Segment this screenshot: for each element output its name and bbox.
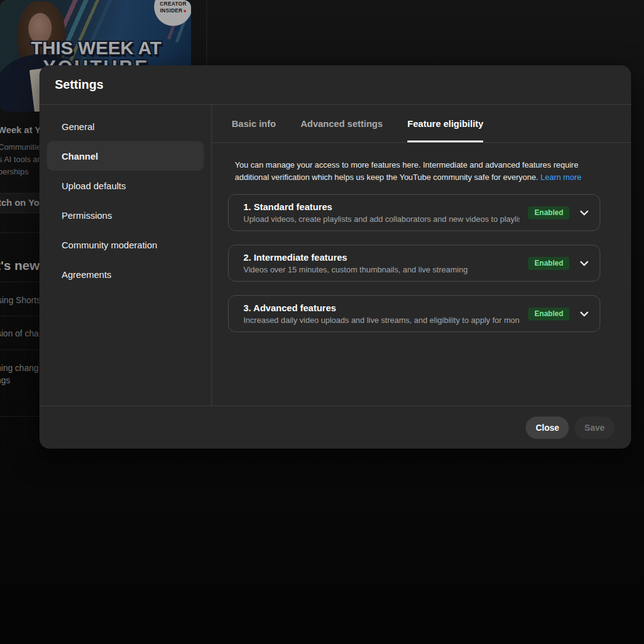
description-line2: additional verification which helps us k… <box>235 173 538 182</box>
tab-basic-info[interactable]: Basic info <box>232 105 276 142</box>
background-list-item: ning chang <box>0 363 39 373</box>
red-dot-icon <box>184 10 186 12</box>
save-button[interactable]: Save <box>574 417 614 439</box>
background-video-title: Week at Y <box>0 124 41 135</box>
dialog-body: General Channel Upload defaults Permissi… <box>39 105 631 406</box>
card-subtitle: Videos over 15 minutes, custom thumbnail… <box>243 265 520 274</box>
divider <box>0 282 39 282</box>
feature-eligibility-description: You can manage your access to more featu… <box>235 159 609 184</box>
tab-label: Feature eligibility <box>407 118 483 129</box>
background-list-item: sing Shorts <box>0 295 41 305</box>
sidebar-item-label: Upload defaults <box>62 181 126 191</box>
sidebar-item-permissions[interactable]: Permissions <box>47 200 204 230</box>
settings-sidebar: General Channel Upload defaults Permissi… <box>39 105 212 406</box>
tab-label: Basic info <box>232 118 276 129</box>
close-button[interactable]: Close <box>526 417 569 439</box>
divider <box>0 349 39 350</box>
sidebar-item-label: Agreements <box>62 269 112 280</box>
card-text: 1. Standard features Upload videos, crea… <box>243 202 520 224</box>
status-badge: Enabled <box>528 206 569 219</box>
dialog-footer: Close Save <box>39 406 631 449</box>
page: THIS WEEK AT YOUTUBE CREATOR INSIDER Wee… <box>0 0 644 644</box>
card-text: 2. Intermediate features Videos over 15 … <box>243 252 520 274</box>
channel-settings-content: Basic info Advanced settings Feature eli… <box>212 105 631 406</box>
learn-more-link[interactable]: Learn more <box>540 173 581 182</box>
status-badge: Enabled <box>528 308 569 320</box>
card-subtitle: Upload videos, create playlists and add … <box>243 214 520 224</box>
sidebar-item-label: Channel <box>62 151 98 161</box>
background-list-item: sion of cha <box>0 328 39 338</box>
background-description-line: s AI tools ar <box>0 155 40 164</box>
channel-tabs: Basic info Advanced settings Feature eli… <box>212 105 631 143</box>
description-line1: You can manage your access to more featu… <box>235 160 578 169</box>
chevron-down-icon[interactable] <box>577 256 591 270</box>
sidebar-item-channel[interactable]: Channel <box>47 141 204 171</box>
card-title: 3. Advanced features <box>243 303 520 313</box>
background-description-line: berships <box>0 167 28 176</box>
settings-dialog: Settings General Channel Upload defaults… <box>39 65 631 449</box>
sidebar-item-community-moderation[interactable]: Community moderation <box>47 230 204 259</box>
chevron-down-icon[interactable] <box>577 206 591 219</box>
watch-on-youtube-label: tch on You <box>0 197 45 208</box>
sidebar-item-label: Community moderation <box>62 240 157 250</box>
dialog-title: Settings <box>55 78 104 92</box>
sidebar-item-upload-defaults[interactable]: Upload defaults <box>47 171 204 200</box>
chevron-down-icon[interactable] <box>577 307 591 320</box>
card-subtitle: Increased daily video uploads and live s… <box>243 316 520 325</box>
background-description-line: Communitie <box>0 142 41 152</box>
sidebar-item-label: Permissions <box>62 210 112 221</box>
standard-features-card[interactable]: 1. Standard features Upload videos, crea… <box>228 194 600 231</box>
card-text: 3. Advanced features Increased daily vid… <box>243 303 520 325</box>
divider <box>0 232 39 233</box>
dialog-header: Settings <box>39 65 631 105</box>
intermediate-features-card[interactable]: 2. Intermediate features Videos over 15 … <box>228 245 600 282</box>
sidebar-item-general[interactable]: General <box>47 112 204 141</box>
divider <box>0 316 39 316</box>
sidebar-item-label: General <box>62 121 94 132</box>
advanced-features-card[interactable]: 3. Advanced features Increased daily vid… <box>228 295 600 332</box>
card-title: 2. Intermediate features <box>243 252 520 263</box>
creator-badge-line1: CREATOR <box>160 1 186 7</box>
tab-label: Advanced settings <box>301 118 383 129</box>
sidebar-item-agreements[interactable]: Agreements <box>47 259 204 289</box>
creator-badge-line2: INSIDER <box>160 7 183 14</box>
tab-feature-eligibility[interactable]: Feature eligibility <box>407 105 483 142</box>
status-badge: Enabled <box>528 257 569 270</box>
feature-cards: 1. Standard features Upload videos, crea… <box>228 194 600 346</box>
background-list-item: ngs <box>0 375 10 385</box>
card-title: 1. Standard features <box>243 202 520 212</box>
thumbnail-title-line1: THIS WEEK AT <box>31 38 161 58</box>
divider <box>0 416 39 417</box>
tab-advanced-settings[interactable]: Advanced settings <box>301 105 383 142</box>
